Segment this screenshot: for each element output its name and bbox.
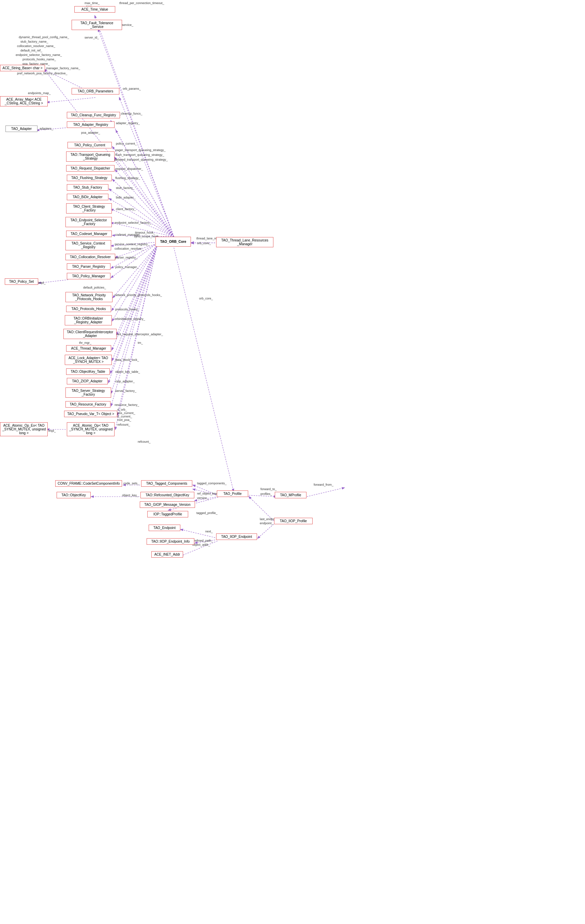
node-tao-tagged-components: TAO_Tagged_Components [141, 480, 192, 487]
label-object-key-table: object_key_table_ [115, 370, 140, 373]
node-tao-transport-queueing-strategy: TAO::Transport_Queueing_Strategy [66, 152, 115, 162]
node-tao-endpoint: TAO_Endpoint [148, 525, 180, 531]
label-adapter-registry: adapter_registry_ [116, 121, 140, 125]
label-stub-factory-name: stub_factory_name_ [20, 40, 48, 43]
label-codeset-manager: codeset_manager_ [115, 233, 142, 236]
label-refcount-1: refcount_ [117, 423, 130, 426]
label-root-poa: root_poa_ [117, 418, 131, 422]
node-tao-cleanup-func-registry: TAO_Cleanup_Func_Registry [67, 112, 120, 118]
svg-line-37 [174, 248, 234, 491]
label-code-sets: code_sets_ [124, 482, 139, 485]
node-tao-endpoint-selector-factory: TAO_Endpoint_Selector_Factory [66, 217, 112, 227]
label-protocols-hooks: protocols_hooks_ [115, 308, 139, 311]
label-prefmed-path: prefmed_path_ [192, 539, 213, 542]
node-tao-mprofile: TAO_MProfile [275, 492, 307, 498]
node-tao-objectkey-table: TAO::ObjectKey_Table [66, 368, 110, 375]
node-tao-flushing-strategy: TAO_Flushing_Strategy [67, 175, 112, 181]
svg-line-29 [115, 247, 157, 429]
node-tao-pseudo-var-tc-object: TAO_Pseudo_Var_T< Object > [64, 411, 117, 417]
label-version: version_ [197, 496, 209, 500]
label-client-request-interceptor-adapter: client_request_interceptor_adapter_ [114, 333, 163, 336]
svg-line-43 [307, 488, 344, 497]
label-bidir-adapter: bidir_adapter_ [116, 196, 136, 199]
label-collocation-resolver: collocation_resolver_ [115, 247, 143, 250]
node-tao-policy-set: TAO_Policy_Set [5, 278, 38, 285]
label-impl-2: impl_ [48, 429, 56, 432]
node-tao-thread-lane-resources-manager: TAO_Thread_Lane_Resources_Manager [216, 237, 274, 247]
label-stub-factory: stub_factory_ [116, 186, 134, 190]
node-tao-orbinitialized-registry-adapter: TAO::ORBInitializer_Registry_Adapter [65, 315, 112, 325]
label-forward-to: forward_to_ [260, 487, 277, 491]
node-tao-refcounted-objectkey: TAO::Refcounted_ObjectKey [140, 492, 194, 498]
label-protocols-hooks-name: protocols_hooks_name_ [23, 58, 56, 61]
node-tao-objectkey: TAO::ObjectKey [57, 492, 91, 498]
node-tao-request-dispatcher: TAO_Request_Dispatcher [66, 165, 115, 172]
label-parser-registry: parser_registry_ [115, 256, 137, 259]
svg-line-18 [113, 246, 157, 298]
node-tao-codeset-manager: TAO_Codeset_Manager [66, 231, 112, 237]
label-pref-network: pref_network_poa_factory_directive_ [17, 72, 54, 75]
label-default-policies: default_policies_ [83, 286, 106, 289]
label-refcount-2: refcount_ [138, 440, 151, 444]
label-ref-object-key: ref_object_key_ [197, 492, 219, 495]
label-default-init-ref: default_init_ref_ [20, 49, 42, 52]
node-tao-policy-manager: TAO_Policy_Manager [67, 273, 110, 279]
label-next: next_ [205, 530, 213, 533]
svg-line-7 [115, 170, 174, 237]
node-tao-orb-parameters: TAO_ORB_Parameters [72, 88, 119, 94]
node-conv-frame-codesetcomponentinfo: CONV_FRAME::CodeSetComponentInfo [55, 480, 122, 487]
node-tao-client-request-interceptor-adapter: TAO::ClientRequestInterceptor_Adapter [63, 329, 117, 339]
label-collocation-resolver-name: collocation_resolver_name_ [17, 45, 55, 48]
node-tao-stub-factory: TAO_Stub_Factory [67, 184, 109, 191]
label-tagged-profile: tagged_profile_ [196, 511, 218, 515]
node-tao-fault-tolerance-service: TAO_Fault_Tolerance_Service [72, 20, 122, 30]
node-tao-giop-message-version: TAO_GIOP_Message_Version [140, 502, 195, 508]
label-ciop-adapter: ciop_adapter_ [115, 380, 135, 383]
label-object-key: object_key_ [122, 493, 138, 497]
node-ace-lock-adapter: ACE_Lock_Adapter< TAO_SYNCH_MUTEX > [65, 355, 112, 365]
node-tao-collocation-resolver: TAO_Collocation_Resolver [66, 254, 115, 260]
node-tao-resource-factory: TAO_Resource_Factory [66, 401, 110, 408]
label-thr-mgr: thr_mgr_ [79, 341, 91, 345]
label-eager-transport: eager_transport_queueing_strategy_ [115, 148, 166, 152]
svg-line-19 [112, 246, 157, 310]
node-tao-policy-current: TAO_Policy_Current [68, 142, 112, 148]
node-tao-iiop-endpoint-info: TAO::IIOP_Endpoint_Info [147, 538, 194, 545]
node-tao-network-priority-protocols-hooks: TAO_Network_Priority_Protocols_Hooks [66, 292, 112, 302]
node-tao-service-context-registry: TAO_Service_Context_Registry [66, 240, 111, 250]
node-tao-server-strategy-factory: TAO_Server_Strategy_Factory [66, 388, 111, 398]
svg-line-21 [117, 246, 157, 335]
node-ace-thread-manager: ACE_Thread_Manager [66, 345, 111, 351]
label-flushing-strategy: flushing_strategy_ [115, 177, 140, 180]
label-tagged-components: tagged_components_ [197, 482, 227, 485]
node-ace-string-base: ACE_String_Base< char > [0, 65, 45, 71]
label-server-factory: server_factory_ [115, 389, 136, 393]
label-policy-manager: policy_manager_ [115, 266, 139, 269]
label-thread-per-connection: thread_per_connection_timeout_ [119, 2, 164, 5]
label-pos-current: pos_current_ [117, 411, 135, 415]
node-ace-inet-addr: ACE_INET_Addr [152, 551, 183, 558]
label-adapters: adapters_ [40, 127, 53, 130]
label-poa-adapter: poa_adapter_ [81, 131, 100, 134]
node-ace-array-map: ACE_Array_Map< ACE_CString, ACE_CString … [0, 96, 48, 106]
node-tao-client-strategy-factory: TAO_Client_Strategy_Factory [66, 203, 112, 213]
label-server-id: server_id_ [84, 36, 99, 39]
label-policy-current: policy_current_ [116, 142, 137, 145]
label-resource-factory: resource_factory_ [115, 403, 139, 407]
label-impl-1: impl_ [38, 281, 46, 284]
node-ace-atomic-op: ACE_Atomic_Op< TAO_SYNCH_MUTEX, unsigned… [67, 422, 115, 436]
node-tao-orb-core: TAO_ORB_Core [155, 237, 191, 247]
label-client-factory: client_factory_ [116, 207, 136, 211]
label-endpoint-selector-factory: endpoint_selector_factory_ [115, 221, 152, 224]
label-forward-from: forward_from_ [314, 483, 333, 487]
label-rt-current: rt_current_ [117, 415, 132, 418]
node-tao-parser-registry: TAO_Parser_Registry [67, 263, 110, 270]
label-endpoints-map: endpoints_map_ [28, 91, 51, 95]
svg-line-32 [47, 97, 96, 102]
label-request-dispatcher: request_dispatcher_ [115, 167, 143, 170]
node-ace-time-value: ACE_Time_Value [74, 6, 115, 13]
label-dynamic-thread-pool: dynamic_thread_pool_config_name_ [19, 35, 56, 40]
node-ace-atomic-op-ex: ACE_Atomic_Op_Ex< TAO_SYNCH_MUTEX, unsig… [0, 422, 48, 436]
label-flush-transport: flush_transport_queueing_strategy_ [115, 153, 164, 157]
label-endpoint: endpoint_ [260, 521, 274, 525]
